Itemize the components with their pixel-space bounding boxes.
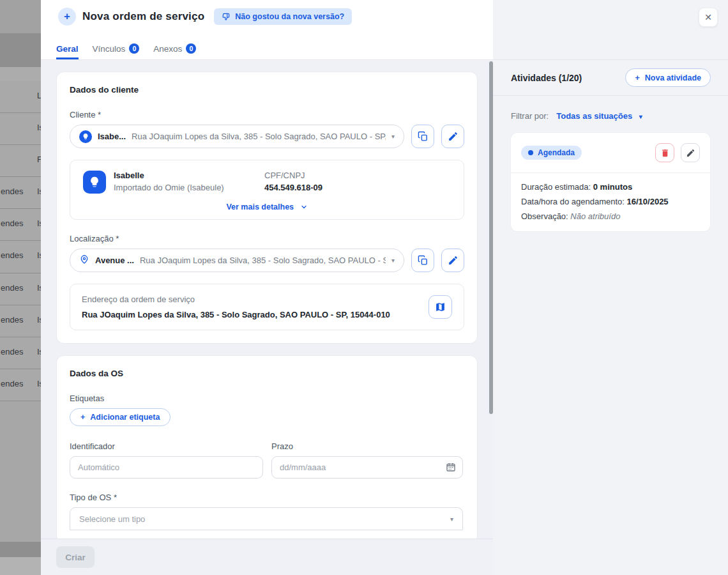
tab-vinculos[interactable]: Vínculos 0 — [93, 43, 140, 59]
dimmed-background-table: LIsFendesIsendesIsendesIsendesIsendesIse… — [0, 0, 41, 575]
edit-client-button[interactable] — [441, 125, 464, 148]
background-table-row: endesIs — [0, 273, 41, 305]
deadline-label: Prazo — [271, 441, 463, 451]
new-service-order-modal: + Nova ordem de serviço Não gostou da no… — [41, 0, 728, 575]
client-info-card: Isabelle Importado do Omie (Isabeule) CP… — [70, 160, 464, 220]
location-select-name: Avenue ... — [95, 256, 134, 265]
client-doc-value: 454.549.618-09 — [264, 183, 451, 192]
location-field-label: Localização * — [70, 234, 464, 243]
trash-icon — [660, 148, 670, 158]
background-header-band — [0, 33, 41, 67]
client-select[interactable]: Isabe... Rua JOaquim Lopes da Silva, 385… — [70, 125, 404, 148]
close-modal-button[interactable]: ✕ — [699, 8, 718, 27]
new-activity-button[interactable]: + Nova atividade — [625, 68, 711, 87]
client-select-name: Isabe... — [98, 132, 126, 141]
feedback-banner[interactable]: Não gostou da nova versão? — [214, 8, 352, 25]
location-select[interactable]: Avenue ... Rua JOaquim Lopes da Silva, 3… — [70, 249, 404, 272]
status-dot-icon — [528, 150, 533, 155]
edit-location-button[interactable] — [441, 249, 464, 272]
client-doc-label: CPF/CNPJ — [264, 171, 451, 180]
activity-card-header: Agendada — [511, 133, 710, 173]
client-select-address: Rua JOaquim Lopes da Silva, 385 - Solo S… — [132, 132, 386, 141]
copy-client-button[interactable] — [411, 125, 434, 148]
row-text-fragment: endes — [1, 347, 23, 356]
modal-main-column: + Nova ordem de serviço Não gostou da no… — [41, 0, 493, 575]
activities-panel-top-spacer — [493, 0, 728, 60]
lightbulb-icon — [88, 176, 101, 188]
activity-card: Agendada Duração estimada: 0 min — [511, 133, 710, 231]
client-data-card: Dados do cliente Cliente * Isabe... Rua … — [56, 72, 478, 344]
background-footer-band — [0, 542, 41, 557]
anexos-count-badge: 0 — [186, 43, 196, 54]
service-order-address-card: Endereço da ordem de serviço Rua JOaquim… — [70, 284, 464, 330]
address-value: Rua JOaquim Lopes da Silva, 385 - Solo S… — [82, 310, 428, 319]
background-table-row: L — [0, 81, 41, 113]
tab-geral[interactable]: Geral — [56, 43, 79, 59]
copy-icon — [418, 255, 428, 266]
datetime-line: Data/hora do agendamento: 16/10/2025 — [521, 197, 700, 206]
duration-line: Duração estimada: 0 minutos — [521, 182, 700, 192]
address-text-block: Endereço da ordem de serviço Rua JOaquim… — [82, 295, 428, 319]
activity-card-body: Duração estimada: 0 minutos Data/hora do… — [511, 173, 710, 231]
chevron-down-icon: ▾ — [391, 257, 395, 264]
calendar-icon[interactable] — [446, 462, 456, 472]
client-card-title: Dados do cliente — [70, 85, 464, 95]
os-data-card: Dados da OS Etiquetas + Adicionar etique… — [56, 355, 478, 539]
see-more-link[interactable]: Ver mais detalhes — [83, 203, 451, 211]
identifier-label: Identificador — [70, 441, 263, 451]
os-type-placeholder: Selecione um tipo — [79, 514, 145, 524]
copy-icon — [418, 131, 428, 142]
location-select-row: Avenue ... Rua JOaquim Lopes da Silva, 3… — [70, 249, 464, 272]
filter-status-dropdown[interactable]: Todas as situações ▾ — [556, 111, 642, 121]
copy-location-button[interactable] — [411, 249, 434, 272]
background-table-row: endesIs — [0, 337, 41, 369]
background-table-row: endesIs — [0, 209, 41, 241]
background-pagination-band — [0, 557, 41, 575]
tab-anexos[interactable]: Anexos 0 — [153, 43, 196, 59]
background-table-row: endesIs — [0, 177, 41, 209]
modal-scroll-content[interactable]: Dados do cliente Cliente * Isabe... Rua … — [41, 60, 493, 539]
map-icon — [435, 302, 446, 312]
note-line: Observação: Não atribuído — [521, 211, 700, 221]
client-name: Isabelle — [114, 171, 224, 180]
create-button[interactable]: Criar — [56, 546, 95, 568]
deadline-input-wrap — [271, 456, 463, 479]
plus-icon: + — [80, 413, 85, 422]
client-avatar-icon — [79, 130, 92, 143]
thumbs-down-icon — [222, 12, 231, 21]
delete-activity-button[interactable] — [655, 143, 674, 162]
open-map-button[interactable] — [428, 295, 452, 319]
os-type-label: Tipo de OS * — [70, 493, 464, 502]
os-card-title: Dados da OS — [70, 369, 464, 378]
os-type-select[interactable]: Selecione um tipo ▾ — [70, 507, 463, 530]
deadline-input[interactable] — [271, 456, 463, 479]
plus-icon: + — [58, 8, 76, 26]
row-text-fragment: endes — [1, 250, 23, 260]
location-select-address: Rua JOaquim Lopes da Silva, 385 - Solo S… — [140, 256, 386, 265]
pencil-icon — [448, 131, 459, 142]
chevron-down-icon: ▾ — [391, 133, 395, 140]
background-table-row: Is — [0, 113, 41, 145]
close-icon: ✕ — [704, 12, 712, 22]
pencil-icon — [686, 148, 695, 158]
client-field-label: Cliente * — [70, 110, 464, 119]
datetime-value: 16/10/2025 — [627, 197, 669, 206]
identifier-field-group: Identificador — [70, 441, 263, 479]
lightbulb-icon — [82, 133, 89, 141]
client-info-top: Isabelle Importado do Omie (Isabeule) CP… — [83, 171, 451, 194]
modal-header: + Nova ordem de serviço Não gostou da no… — [41, 0, 493, 60]
background-toolbar-band — [0, 0, 41, 33]
deadline-field-group: Prazo — [271, 441, 463, 479]
row-text-fragment: endes — [1, 283, 23, 293]
location-pin-icon — [79, 254, 89, 266]
background-subheader-band — [0, 67, 41, 81]
note-value: Não atribuído — [570, 211, 620, 221]
activities-header: Atividades (1/20) + Nova atividade — [493, 60, 728, 96]
edit-activity-button[interactable] — [681, 143, 700, 162]
identifier-input[interactable] — [70, 456, 263, 479]
add-tag-button[interactable]: + Adicionar etiqueta — [70, 408, 171, 426]
modal-header-top: + Nova ordem de serviço Não gostou da no… — [41, 0, 493, 26]
feedback-label: Não gostou da nova versão? — [235, 12, 344, 21]
activities-filter-row: Filtrar por: Todas as situações ▾ — [493, 96, 728, 121]
app-root: LIsFendesIsendesIsendesIsendesIsendesIse… — [0, 0, 728, 575]
